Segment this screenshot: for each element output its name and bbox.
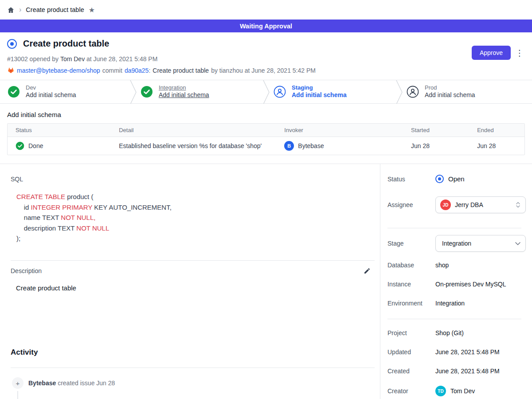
sidebar-row-stage: Stage Integration [387, 235, 526, 252]
issue-header: Create product table #13002 opened by To… [0, 32, 532, 80]
activity-item: + Bytebase created issue Jun 28 [12, 377, 115, 389]
breadcrumb-chevron-icon: › [19, 6, 21, 14]
database-value: shop [435, 262, 449, 269]
stage-env-label: Dev [26, 84, 76, 91]
sidebar-row-creator: Creator TDTom Dev [387, 386, 526, 396]
task-started: Jun 28 [403, 137, 469, 155]
updated-value: June 28, 2021 5:48 PM [435, 348, 500, 356]
assignee-pending-icon [407, 86, 419, 98]
task-section: Add initial schema StatusDetailInvokerSt… [0, 104, 532, 164]
more-options-icon[interactable]: ⋮ [515, 47, 524, 59]
stage-integration[interactable]: IntegrationAdd initial schema [133, 80, 266, 103]
sidebar-row-updated: Updated June 28, 2021 5:48 PM [387, 348, 526, 356]
field-label: Created [387, 368, 435, 375]
assignee-select[interactable]: JD Jerry DBA [435, 196, 526, 213]
status-banner: Waiting Approval [0, 20, 532, 32]
done-check-icon [16, 141, 24, 150]
stage-staging[interactable]: StagingAdd initial schema [266, 80, 399, 103]
task-detail: Established baseline version %s for data… [111, 137, 276, 155]
status-banner-text: Waiting Approval [240, 23, 292, 30]
sidebar-row-database: Database shop [387, 262, 526, 269]
sidebar-row-instance: Instance On-premises Dev MySQL [387, 281, 526, 288]
gitlab-icon [7, 66, 15, 74]
main-content: SQL CREATE TABLE product ( id INTEGER PR… [0, 164, 532, 399]
up-down-chevron-icon [515, 201, 521, 208]
issue-title-row: Create product table [7, 39, 109, 49]
divider [11, 368, 375, 368]
column-header: Detail [111, 124, 276, 137]
environment-value: Integration [435, 300, 465, 307]
page-title: Create product table [23, 39, 109, 49]
activity-action: created issue Jun 28 [58, 379, 115, 387]
sidebar-row-environment: Environment Integration [387, 300, 526, 307]
field-label: Status [387, 176, 435, 183]
issue-meta: #13002 opened by Tom Dev at June 28, 202… [7, 55, 157, 63]
created-value: June 28, 2021 5:48 PM [435, 368, 500, 375]
sql-code: CREATE TABLE product ( id INTEGER PRIMAR… [16, 192, 172, 244]
column-header: Status [8, 124, 111, 137]
column-header: Started [403, 124, 469, 137]
star-icon[interactable]: ★ [89, 6, 95, 14]
sidebar-row-project: Project Shop (Git) [387, 329, 526, 336]
sql-section-label: SQL [11, 176, 23, 183]
column-header: Ended [469, 124, 524, 137]
invoker-avatar: B [284, 141, 294, 151]
description-content: Create product table [16, 284, 76, 292]
divider [387, 319, 521, 319]
sql-line: description TEXT NOT NULL [16, 223, 172, 234]
check-circle-icon [141, 86, 153, 98]
stage-value: Integration [440, 240, 511, 247]
home-icon[interactable] [7, 6, 15, 14]
activity-actor: Bytebase [28, 379, 56, 387]
edit-description-button[interactable] [362, 266, 372, 276]
sidebar-row-assignee: Assignee JD Jerry DBA [387, 196, 526, 213]
sql-line: id INTEGER PRIMARY KEY AUTO_INCREMENT, [16, 202, 172, 213]
breadcrumb-title[interactable]: Create product table [26, 6, 84, 13]
task-invoker: Bytebase [298, 142, 324, 149]
creator-avatar: TD [435, 386, 446, 396]
issue-meta-prefix: #13002 opened by [7, 55, 59, 63]
task-table: StatusDetailInvokerStartedEnded Done Est… [7, 123, 525, 155]
stage-env-label: Integration [159, 84, 209, 91]
commit-line: master@bytebase-demo/shop commit da90a25… [7, 66, 318, 74]
task-section-title: Add initial schema [7, 111, 61, 118]
column-header: Invoker [276, 124, 403, 137]
divider [11, 260, 375, 261]
status-value: Open [448, 175, 465, 183]
commit-message: Create product table [153, 67, 209, 74]
commit-hash-wrap: da90a25: [125, 67, 150, 74]
description-section-label: Description [11, 267, 42, 274]
instance-value: On-premises Dev MySQL [435, 281, 506, 288]
issue-open-status-icon [7, 39, 17, 49]
stage-dev[interactable]: DevAdd initial schema [0, 80, 133, 103]
stage-prod[interactable]: ProdAdd initial schema [399, 80, 532, 103]
vcs-branch-link[interactable]: master@bytebase-demo/shop [17, 67, 100, 74]
activity-section-title: Activity [11, 348, 38, 357]
assignee-avatar: JD [440, 200, 451, 210]
pencil-icon [364, 267, 371, 274]
sidebar-row-created: Created June 28, 2021 5:48 PM [387, 368, 526, 375]
check-circle-icon [8, 86, 20, 98]
issue-meta-suffix: at June 28, 2021 5:48 PM [86, 55, 157, 63]
creator-value: Tom Dev [450, 387, 475, 395]
stage-env-label: Staging [292, 84, 347, 91]
open-status-icon [435, 175, 444, 183]
stage-task-label: Add initial schema [292, 91, 347, 99]
breadcrumb: › Create product table ★ [0, 0, 532, 20]
field-label: Assignee [387, 201, 435, 208]
issue-author: Tom Dev [60, 55, 85, 63]
stage-env-label: Prod [425, 84, 475, 91]
field-label: Stage [387, 240, 435, 247]
approve-button[interactable]: Approve [472, 46, 511, 60]
table-row[interactable]: Done Established baseline version %s for… [8, 137, 524, 155]
field-label: Database [387, 262, 435, 269]
sql-line: name TEXT NOT NULL, [16, 212, 172, 223]
commit-suffix: by tianzhou at June 28, 2021 5:42 PM [211, 67, 316, 74]
field-label: Instance [387, 281, 435, 288]
stage-task-label: Add initial schema [425, 91, 475, 99]
pipeline-stage-bar: DevAdd initial schema IntegrationAdd ini… [0, 80, 532, 104]
stage-select[interactable]: Integration [435, 235, 526, 252]
project-value[interactable]: Shop (Git) [435, 329, 464, 336]
sql-line: ); [16, 233, 172, 244]
commit-hash-link[interactable]: da90a25 [125, 67, 149, 74]
